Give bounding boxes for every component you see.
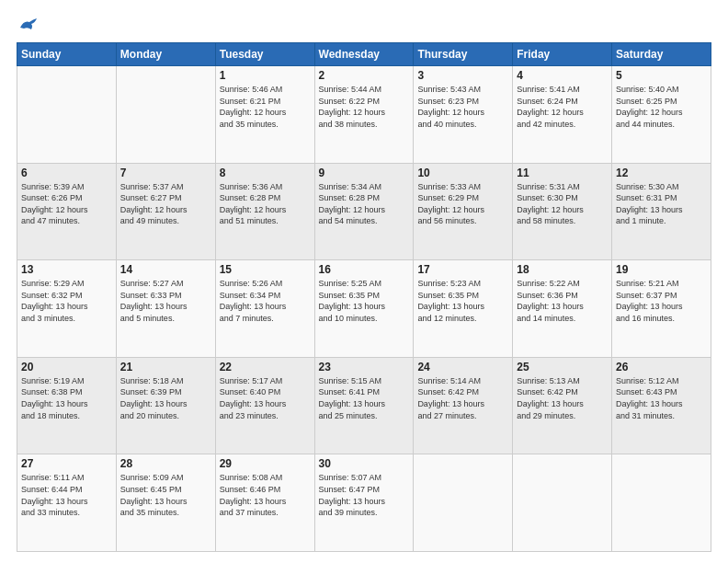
day-info: Sunrise: 5:37 AM Sunset: 6:27 PM Dayligh… (120, 181, 211, 227)
calendar-header-row: Sunday Monday Tuesday Wednesday Thursday… (17, 43, 711, 66)
day-info: Sunrise: 5:39 AM Sunset: 6:26 PM Dayligh… (21, 181, 112, 227)
day-number: 14 (120, 263, 211, 276)
day-info: Sunrise: 5:40 AM Sunset: 6:25 PM Dayligh… (616, 84, 707, 130)
table-row: 3Sunrise: 5:43 AM Sunset: 6:23 PM Daylig… (414, 66, 513, 164)
day-number: 15 (220, 263, 311, 276)
day-number: 26 (616, 361, 707, 373)
day-info: Sunrise: 5:43 AM Sunset: 6:23 PM Dayligh… (417, 84, 508, 130)
table-row (414, 454, 513, 552)
day-number: 6 (21, 167, 112, 179)
day-info: Sunrise: 5:17 AM Sunset: 6:40 PM Dayligh… (220, 375, 311, 421)
col-wednesday: Wednesday (314, 43, 414, 66)
table-row: 2Sunrise: 5:44 AM Sunset: 6:22 PM Daylig… (314, 66, 414, 164)
day-info: Sunrise: 5:07 AM Sunset: 6:47 PM Dayligh… (319, 472, 410, 518)
table-row: 7Sunrise: 5:37 AM Sunset: 6:27 PM Daylig… (116, 163, 215, 260)
col-friday: Friday (513, 43, 612, 66)
table-row: 22Sunrise: 5:17 AM Sunset: 6:40 PM Dayli… (215, 357, 314, 454)
day-info: Sunrise: 5:21 AM Sunset: 6:37 PM Dayligh… (616, 278, 707, 324)
col-saturday: Saturday (612, 43, 711, 66)
table-row: 1Sunrise: 5:46 AM Sunset: 6:21 PM Daylig… (215, 66, 314, 164)
day-info: Sunrise: 5:44 AM Sunset: 6:22 PM Dayligh… (319, 84, 410, 130)
day-info: Sunrise: 5:12 AM Sunset: 6:43 PM Dayligh… (616, 375, 707, 421)
table-row (17, 66, 117, 164)
table-row: 10Sunrise: 5:33 AM Sunset: 6:29 PM Dayli… (414, 163, 513, 260)
day-info: Sunrise: 5:11 AM Sunset: 6:44 PM Dayligh… (21, 472, 112, 518)
calendar-week-row: 20Sunrise: 5:19 AM Sunset: 6:38 PM Dayli… (17, 357, 711, 454)
col-thursday: Thursday (414, 43, 513, 66)
day-number: 4 (517, 69, 608, 82)
day-number: 17 (417, 263, 508, 276)
day-number: 18 (517, 263, 608, 276)
logo-bird-icon (18, 17, 39, 33)
day-info: Sunrise: 5:18 AM Sunset: 6:39 PM Dayligh… (120, 375, 211, 421)
table-row: 14Sunrise: 5:27 AM Sunset: 6:33 PM Dayli… (116, 260, 215, 358)
day-info: Sunrise: 5:33 AM Sunset: 6:29 PM Dayligh… (417, 181, 508, 227)
day-info: Sunrise: 5:46 AM Sunset: 6:21 PM Dayligh… (220, 84, 311, 130)
calendar-table: Sunday Monday Tuesday Wednesday Thursday… (17, 42, 711, 552)
day-info: Sunrise: 5:34 AM Sunset: 6:28 PM Dayligh… (319, 181, 410, 227)
header (17, 17, 711, 33)
day-info: Sunrise: 5:41 AM Sunset: 6:24 PM Dayligh… (517, 84, 608, 130)
table-row: 21Sunrise: 5:18 AM Sunset: 6:39 PM Dayli… (116, 357, 215, 454)
table-row: 28Sunrise: 5:09 AM Sunset: 6:45 PM Dayli… (116, 454, 215, 552)
day-number: 10 (417, 167, 508, 179)
calendar-week-row: 1Sunrise: 5:46 AM Sunset: 6:21 PM Daylig… (17, 66, 711, 164)
day-info: Sunrise: 5:25 AM Sunset: 6:35 PM Dayligh… (319, 278, 410, 324)
day-number: 7 (120, 167, 211, 179)
day-number: 8 (220, 167, 311, 179)
day-info: Sunrise: 5:15 AM Sunset: 6:41 PM Dayligh… (319, 375, 410, 421)
table-row: 29Sunrise: 5:08 AM Sunset: 6:46 PM Dayli… (215, 454, 314, 552)
calendar-week-row: 13Sunrise: 5:29 AM Sunset: 6:32 PM Dayli… (17, 260, 711, 358)
table-row: 18Sunrise: 5:22 AM Sunset: 6:36 PM Dayli… (513, 260, 612, 358)
calendar-week-row: 6Sunrise: 5:39 AM Sunset: 6:26 PM Daylig… (17, 163, 711, 260)
table-row: 27Sunrise: 5:11 AM Sunset: 6:44 PM Dayli… (17, 454, 117, 552)
day-number: 13 (21, 263, 112, 276)
day-info: Sunrise: 5:13 AM Sunset: 6:42 PM Dayligh… (517, 375, 608, 421)
logo (17, 17, 39, 33)
table-row: 19Sunrise: 5:21 AM Sunset: 6:37 PM Dayli… (612, 260, 711, 358)
table-row: 8Sunrise: 5:36 AM Sunset: 6:28 PM Daylig… (215, 163, 314, 260)
table-row: 30Sunrise: 5:07 AM Sunset: 6:47 PM Dayli… (314, 454, 414, 552)
table-row: 15Sunrise: 5:26 AM Sunset: 6:34 PM Dayli… (215, 260, 314, 358)
table-row: 16Sunrise: 5:25 AM Sunset: 6:35 PM Dayli… (314, 260, 414, 358)
day-info: Sunrise: 5:14 AM Sunset: 6:42 PM Dayligh… (417, 375, 508, 421)
day-info: Sunrise: 5:30 AM Sunset: 6:31 PM Dayligh… (616, 181, 707, 227)
day-number: 24 (417, 361, 508, 373)
day-number: 21 (120, 361, 211, 373)
day-number: 11 (517, 167, 608, 179)
calendar-week-row: 27Sunrise: 5:11 AM Sunset: 6:44 PM Dayli… (17, 454, 711, 552)
table-row: 13Sunrise: 5:29 AM Sunset: 6:32 PM Dayli… (17, 260, 117, 358)
table-row: 20Sunrise: 5:19 AM Sunset: 6:38 PM Dayli… (17, 357, 117, 454)
table-row (116, 66, 215, 164)
day-info: Sunrise: 5:29 AM Sunset: 6:32 PM Dayligh… (21, 278, 112, 324)
table-row: 25Sunrise: 5:13 AM Sunset: 6:42 PM Dayli… (513, 357, 612, 454)
day-number: 1 (220, 69, 311, 82)
day-info: Sunrise: 5:09 AM Sunset: 6:45 PM Dayligh… (120, 472, 211, 518)
day-info: Sunrise: 5:26 AM Sunset: 6:34 PM Dayligh… (220, 278, 311, 324)
day-number: 20 (21, 361, 112, 373)
day-number: 16 (319, 263, 410, 276)
day-info: Sunrise: 5:19 AM Sunset: 6:38 PM Dayligh… (21, 375, 112, 421)
day-number: 19 (616, 263, 707, 276)
day-info: Sunrise: 5:31 AM Sunset: 6:30 PM Dayligh… (517, 181, 608, 227)
table-row: 23Sunrise: 5:15 AM Sunset: 6:41 PM Dayli… (314, 357, 414, 454)
day-number: 30 (319, 457, 410, 470)
day-info: Sunrise: 5:27 AM Sunset: 6:33 PM Dayligh… (120, 278, 211, 324)
col-monday: Monday (116, 43, 215, 66)
table-row: 6Sunrise: 5:39 AM Sunset: 6:26 PM Daylig… (17, 163, 117, 260)
day-number: 3 (417, 69, 508, 82)
day-info: Sunrise: 5:36 AM Sunset: 6:28 PM Dayligh… (220, 181, 311, 227)
col-tuesday: Tuesday (215, 43, 314, 66)
day-number: 22 (220, 361, 311, 373)
table-row: 17Sunrise: 5:23 AM Sunset: 6:35 PM Dayli… (414, 260, 513, 358)
day-number: 5 (616, 69, 707, 82)
table-row (612, 454, 711, 552)
table-row (513, 454, 612, 552)
day-number: 28 (120, 457, 211, 470)
day-info: Sunrise: 5:23 AM Sunset: 6:35 PM Dayligh… (417, 278, 508, 324)
table-row: 26Sunrise: 5:12 AM Sunset: 6:43 PM Dayli… (612, 357, 711, 454)
col-sunday: Sunday (17, 43, 117, 66)
table-row: 24Sunrise: 5:14 AM Sunset: 6:42 PM Dayli… (414, 357, 513, 454)
day-number: 9 (319, 167, 410, 179)
day-number: 23 (319, 361, 410, 373)
